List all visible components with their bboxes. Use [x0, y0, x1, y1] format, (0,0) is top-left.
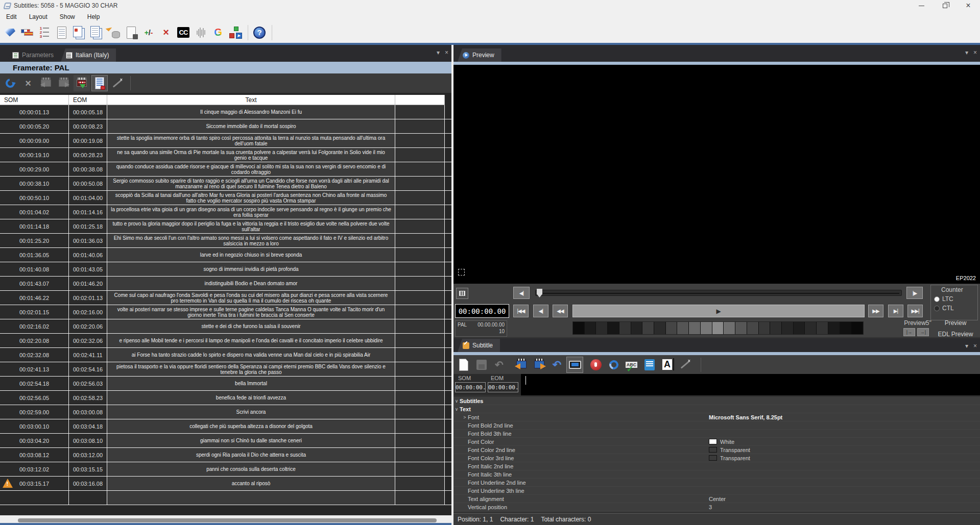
copy-subtitles-icon[interactable]	[71, 24, 87, 41]
copy-text-icon[interactable]	[88, 24, 105, 41]
spellcheck-icon[interactable]: ABC	[623, 357, 640, 373]
shift-left-icon[interactable]	[38, 75, 54, 91]
close-button[interactable]: ×	[957, 0, 980, 11]
property-row[interactable]: Font Color 3rd line Transparent	[453, 454, 980, 462]
closed-captions-icon[interactable]: CC	[175, 24, 192, 41]
panel-close-button[interactable]: ×	[973, 342, 977, 349]
table-row[interactable]: 00:03:04.20 00:03:08.10 giammai non si C…	[0, 434, 451, 448]
refresh-icon[interactable]	[2, 75, 18, 91]
table-row[interactable]: 00:02:41.13 00:02:54.16 pietosa il trasp…	[0, 362, 451, 377]
property-row[interactable]: Font Italic 2nd line	[453, 462, 980, 470]
seek-slider[interactable]	[535, 290, 902, 296]
som-input[interactable]	[455, 382, 486, 392]
export-media-icon[interactable]: ▶	[227, 24, 244, 41]
go-to-end-button[interactable]: ▶▶|	[907, 305, 923, 317]
save-document-icon[interactable]	[123, 24, 139, 41]
property-row[interactable]: ∨ Subtitles	[453, 397, 980, 405]
scrollbar-thumb[interactable]	[18, 518, 437, 522]
lock-subtitles-icon[interactable]	[91, 75, 108, 91]
cut-icon[interactable]: ×	[20, 75, 36, 91]
menu-item[interactable]: Help	[81, 12, 106, 22]
table-row[interactable]: 00:00:05.20 00:00:08.23 Siccome immobile…	[0, 119, 451, 134]
minimize-button[interactable]	[910, 0, 933, 11]
add-remove-icon[interactable]: +/-	[140, 24, 157, 41]
preview-mode-label[interactable]: Preview	[934, 319, 977, 327]
table-row[interactable]: 00:02:32.08 00:02:41.11 ai Forse ha tant…	[0, 348, 451, 362]
table-row[interactable]: 00:03:15.17 00:03:16.08 accanto al ripos…	[0, 477, 451, 491]
import-video-icon[interactable]	[74, 75, 90, 91]
preview-in-button[interactable]: |→	[903, 328, 915, 336]
table-row[interactable]: 00:02:54.18 00:02:56.03 bella Immortal	[0, 377, 451, 391]
format-paragraph-icon[interactable]	[641, 357, 658, 373]
record-mic-icon[interactable]	[587, 357, 604, 373]
delete-icon[interactable]: ×	[158, 24, 174, 41]
glossary-doc-icon[interactable]	[54, 24, 70, 41]
table-row[interactable]: 00:00:50.10 00:01:04.00 scoppiò da Scill…	[0, 191, 451, 205]
panel-close-button[interactable]: ×	[445, 49, 448, 56]
table-row[interactable]: 00:02:59.00 00:03:00.08 Scrivi ancora	[0, 405, 451, 419]
rewind-button[interactable]: ◀◀	[553, 305, 568, 317]
table-row[interactable]: 00:00:38.10 00:00:50.08 Sergio commosso …	[0, 177, 451, 191]
project-gem-icon[interactable]	[2, 24, 18, 41]
property-row[interactable]: Font Italic 3th line	[453, 470, 980, 479]
property-row[interactable]: Font Underline 3th line	[453, 487, 980, 495]
film-mode-button[interactable]	[456, 288, 468, 299]
ctl-radio[interactable]: CTL	[934, 305, 974, 312]
table-row[interactable]: 00:00:19.10 00:00:28.23 ne sa quando una…	[0, 148, 451, 162]
go-to-start-button[interactable]: |◀◀	[513, 305, 529, 317]
previous-frame-button[interactable]: ◀|	[533, 305, 548, 317]
expander-icon[interactable]: >	[462, 415, 468, 420]
save-icon[interactable]	[473, 357, 490, 373]
table-row[interactable]	[0, 491, 451, 505]
table-row[interactable]: 00:02:01.15 00:02:16.00 volte ai posteri…	[0, 305, 451, 319]
shift-right-icon[interactable]	[56, 75, 72, 91]
property-row[interactable]: Vertical position 3	[453, 503, 980, 511]
table-row[interactable]: 00:03:08.12 00:03:12.00 sperdi ogni Ria …	[0, 448, 451, 462]
column-header-text[interactable]: Text	[107, 95, 395, 105]
property-row[interactable]: Font Color 2nd line Transparent	[453, 446, 980, 454]
subtitle-text-editor[interactable]	[521, 374, 980, 395]
grab-eom-icon[interactable]	[531, 357, 547, 373]
tab-subtitle[interactable]: Subtitle	[458, 339, 500, 352]
property-row[interactable]: Text alignment Center	[453, 495, 980, 503]
expander-icon[interactable]: ∨	[453, 407, 460, 412]
table-row[interactable]: 00:02:56.05 00:02:58.23 benefica fede ai…	[0, 391, 451, 405]
table-row[interactable]: 00:01:25.20 00:01:36.03 Ehi Simo mo due …	[0, 234, 451, 248]
table-row[interactable]: 00:01:43.07 00:01:46.20 indistinguibili …	[0, 277, 451, 291]
menu-item[interactable]: Show	[54, 12, 81, 22]
eom-input[interactable]	[488, 382, 518, 392]
table-row[interactable]: 00:02:16.02 00:02:20.06 stette e dei di …	[0, 319, 451, 334]
table-row[interactable]: 00:00:09.00 00:00:19.08 stette la spogli…	[0, 134, 451, 148]
property-row[interactable]: ∨ Text	[453, 405, 980, 413]
property-row[interactable]: Font Underline 2nd line	[453, 479, 980, 487]
table-row[interactable]: 00:03:00.10 00:03:04.18 collegati che pi…	[0, 419, 451, 434]
table-row[interactable]: 00:01:40.08 00:01:43.05 sogno di immensi…	[0, 262, 451, 277]
table-row[interactable]: 00:00:01.13 00:00:05.18 Il cinque maggio…	[0, 105, 451, 119]
column-header-som[interactable]: SOM	[0, 95, 69, 105]
tab-preview[interactable]: Preview	[458, 48, 501, 62]
column-header-eom[interactable]: EOM	[69, 95, 107, 105]
table-row[interactable]: 00:01:04.02 00:01:14.16 la procellosa et…	[0, 205, 451, 219]
slider-thumb[interactable]	[537, 289, 542, 297]
menu-item[interactable]: Edit	[0, 12, 23, 22]
table-row[interactable]: 00:03:12.02 00:03:15.15 panni che consol…	[0, 462, 451, 477]
undo-icon[interactable]: ↶	[491, 357, 508, 373]
panel-collapse-button[interactable]: ▾	[437, 49, 440, 56]
languages-flags-icon[interactable]	[19, 24, 35, 41]
expander-icon[interactable]: ∨	[453, 398, 460, 404]
tools-wand-icon[interactable]	[677, 357, 694, 373]
revert-icon[interactable]: ↶	[548, 357, 565, 373]
table-row[interactable]: 00:01:36.05 00:01:40.06 larve ed in nego…	[0, 248, 451, 262]
step-back-button[interactable]: ◀|	[513, 287, 530, 299]
preview-out-button[interactable]: →|	[917, 328, 929, 336]
table-row[interactable]: 00:00:29.00 00:00:38.08 quando conduce a…	[0, 162, 451, 177]
fix-wand-icon[interactable]	[109, 75, 126, 91]
font-icon[interactable]: A	[659, 357, 676, 373]
property-row[interactable]: Font Bold 2nd line	[453, 421, 980, 430]
grab-som-icon[interactable]	[513, 357, 530, 373]
sync-icon[interactable]	[605, 357, 622, 373]
menu-item[interactable]: Layout	[23, 12, 54, 22]
table-row[interactable]: 00:02:20.08 00:02:32.06 e ripenso alle M…	[0, 334, 451, 348]
filmstrip-timeline[interactable]	[572, 321, 864, 335]
new-subtitle-icon[interactable]	[455, 357, 472, 373]
